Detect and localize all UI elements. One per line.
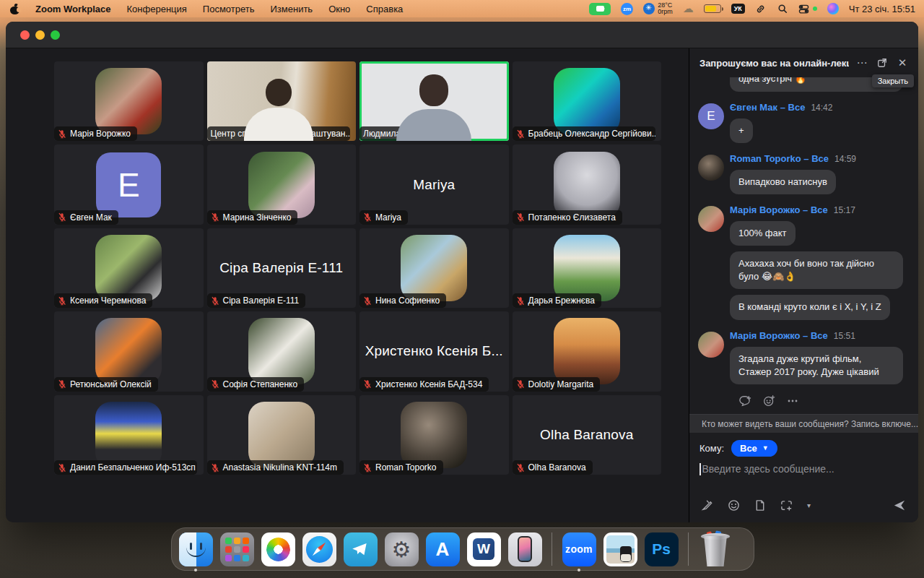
composer-chevron-icon[interactable]: ▾: [807, 501, 811, 509]
dock-settings-icon[interactable]: ⚙: [384, 531, 419, 567]
dock-appstore-icon[interactable]: A: [425, 531, 460, 567]
dock-photos-icon[interactable]: [261, 531, 295, 567]
participant-tile[interactable]: Центр сприяння працевлаштуван...: [207, 61, 357, 141]
spotlight-search-icon[interactable]: [777, 3, 788, 14]
attach-file-icon[interactable]: [754, 499, 766, 512]
control-center-icon[interactable]: [798, 3, 810, 14]
participant-name-label: Марія Ворожко: [54, 126, 137, 141]
dock-word-icon[interactable]: W: [466, 531, 501, 567]
participant-tile[interactable]: Брабець Олександр Сергійови...: [513, 61, 662, 141]
chat-message: Roman Toporko – Все14:59Випадково натисн…: [698, 153, 910, 194]
send-message-icon[interactable]: [893, 499, 907, 512]
message-time: 15:51: [834, 331, 855, 341]
participant-name: Anastasia Nikulina KNT-114m: [223, 462, 338, 473]
participant-name-label: Христенко Ксенія БАД-534: [359, 377, 489, 392]
menu-bar: Zoom Workplace Конференция Посмотреть Из…: [0, 0, 924, 17]
participant-tile[interactable]: Roman Toporko: [359, 395, 509, 475]
message-avatar: [698, 155, 724, 181]
composer-toolbar: ▾: [689, 492, 918, 518]
add-reaction-icon[interactable]: [763, 394, 775, 407]
battery-icon[interactable]: [704, 4, 721, 13]
participant-tile[interactable]: Anastasia Nikulina KNT-114m: [207, 395, 357, 475]
fullscreen-window-button[interactable]: [51, 30, 60, 40]
dock-finder-icon[interactable]: [178, 531, 213, 567]
format-text-icon[interactable]: [701, 499, 713, 512]
dock-preview-icon[interactable]: [603, 531, 637, 567]
muted-mic-icon: [58, 296, 66, 306]
siri-icon[interactable]: [827, 3, 839, 14]
participant-tile[interactable]: Dolotiy Margarita: [513, 311, 662, 391]
menu-conference[interactable]: Конференция: [127, 4, 187, 14]
message-bubble[interactable]: Ахахаха хоч би воно так дійсно було 😂🙈👌: [730, 251, 903, 289]
participant-name: Данил Безпальченко Иф-513сп: [70, 462, 196, 473]
participant-tile[interactable]: MariyaMariya: [359, 144, 509, 224]
chat-messages: ХЧутноМарія Ворожко – Все14:42Здається, …: [689, 77, 918, 414]
message-bubble[interactable]: В команді круто коли є і X, і Y, і Z: [730, 295, 890, 319]
status-green-dot: [813, 7, 817, 11]
participant-tile[interactable]: Нина Софиенко: [359, 228, 509, 308]
menu-window[interactable]: Окно: [328, 4, 350, 14]
dock-launchpad-icon[interactable]: [219, 531, 254, 567]
menu-app-name[interactable]: Zoom Workplace: [35, 4, 111, 14]
participant-display-name: Христенко Ксенія Б...: [365, 343, 503, 359]
message-input[interactable]: Введите здесь сообщение...: [689, 460, 918, 492]
participant-name-label: Ксения Черемнова: [54, 293, 152, 308]
message-time: 14:42: [811, 103, 832, 113]
participant-tile[interactable]: Потапенко Єлизавета: [513, 144, 662, 224]
message-bubble[interactable]: +: [730, 118, 753, 143]
participant-tile[interactable]: Данил Безпальченко Иф-513сп: [54, 395, 204, 475]
participant-tile[interactable]: Дарья Брежнєва: [513, 228, 662, 308]
link-icon[interactable]: [755, 3, 767, 14]
muted-mic-icon: [516, 463, 525, 473]
dock-safari-icon[interactable]: [302, 531, 336, 567]
message-bubble[interactable]: Згадала дуже крутий фільм, Стажер 2017 р…: [730, 347, 903, 384]
menu-edit[interactable]: Изменить: [270, 4, 313, 14]
participant-tile[interactable]: Olha BaranovaOlha Baranova: [513, 395, 662, 475]
message-bubble[interactable]: 100% факт: [730, 221, 796, 246]
keyboard-layout-badge[interactable]: УК: [731, 4, 745, 14]
participant-tile[interactable]: Марія Ворожко: [54, 61, 204, 141]
menubar-clock[interactable]: Чт 23 січ. 15:51: [849, 4, 915, 14]
dock-telegram-icon[interactable]: [343, 531, 378, 567]
dock-photoshop-icon[interactable]: Ps: [644, 531, 679, 567]
dock-trash-icon[interactable]: [698, 531, 733, 567]
muted-mic-icon: [211, 463, 219, 473]
muted-mic-icon: [363, 379, 372, 389]
participant-tile[interactable]: Людмила Заболотна: [359, 61, 509, 141]
message-bubble[interactable]: Випадково натиснув: [730, 170, 836, 194]
close-window-button[interactable]: [20, 30, 30, 40]
chat-title: Запрошуємо вас на онлайн-лекцію «Я...: [699, 58, 849, 69]
emoji-icon[interactable]: [728, 499, 740, 512]
participant-tile[interactable]: ЕЄвген Мак: [54, 144, 204, 224]
fan-temp-widget[interactable]: 28°C0rpm: [643, 2, 673, 16]
menu-help[interactable]: Справка: [366, 4, 403, 14]
menu-view[interactable]: Посмотреть: [203, 4, 255, 14]
send-to-dropdown[interactable]: Все ▼: [731, 440, 777, 457]
dock-iphone-mirroring-icon[interactable]: [507, 531, 542, 567]
participant-name-label: Потапенко Єлизавета: [513, 210, 622, 225]
cloud-icon[interactable]: ☁: [683, 2, 694, 15]
screenshot-icon[interactable]: [780, 499, 793, 512]
participant-tile[interactable]: Софія Степаненко: [207, 311, 357, 391]
reply-icon[interactable]: [738, 394, 751, 407]
zoom-menubar-icon[interactable]: zm: [621, 3, 633, 15]
participant-name: Софія Степаненко: [223, 379, 298, 389]
participant-tile[interactable]: Сіра Валерія Е-111Сіра Валерія Е-111: [207, 228, 357, 308]
participant-tile[interactable]: Христенко Ксенія Б...Христенко Ксенія БА…: [359, 311, 509, 391]
message-more-icon[interactable]: [787, 394, 798, 407]
chat-popout-icon[interactable]: [875, 56, 889, 70]
minimize-window-button[interactable]: [35, 30, 45, 40]
participant-tile[interactable]: Ксения Черемнова: [54, 228, 204, 308]
participant-avatar: [95, 68, 162, 134]
dock-zoom-icon[interactable]: zoom: [562, 531, 596, 567]
camera-active-icon[interactable]: [589, 3, 611, 15]
apple-menu-icon[interactable]: [10, 4, 19, 14]
text-cursor: [699, 463, 701, 475]
participant-tile[interactable]: Ретюнський Олексій: [54, 311, 204, 391]
chat-close-icon[interactable]: ✕: [895, 56, 910, 70]
dock: ⚙ A W zoom Ps: [171, 527, 754, 571]
participant-tile[interactable]: Марина Зінченко: [207, 144, 357, 224]
muted-mic-icon: [363, 212, 372, 222]
chat-more-icon[interactable]: ⋯: [855, 56, 869, 70]
video-grid: Марія ВорожкоЦентр сприяння працевлаштув…: [54, 61, 661, 475]
